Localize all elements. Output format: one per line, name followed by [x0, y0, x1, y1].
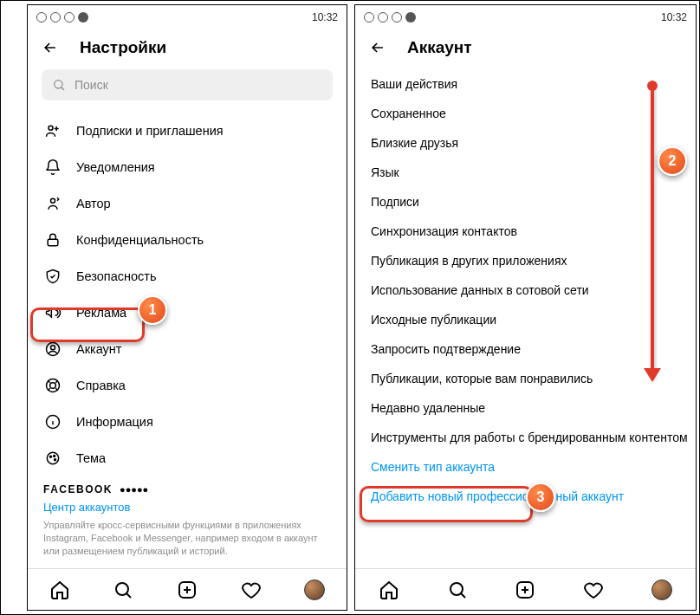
activity-tab[interactable]: [583, 579, 604, 600]
account-cellular-data[interactable]: Использование данных в сотовой сети: [355, 275, 696, 305]
menu-ads[interactable]: Реклама: [28, 295, 347, 331]
menu-label: Справка: [76, 379, 126, 392]
account-add-professional[interactable]: Добавить новый профессиональный аккаунт: [355, 482, 696, 511]
tab-bar: [28, 568, 347, 610]
page-title: Аккаунт: [407, 38, 472, 57]
status-icon: [78, 12, 88, 23]
phone-screen-account: 10:32 Аккаунт Ваши действия Сохраненное …: [354, 4, 697, 611]
search-tab[interactable]: [447, 579, 468, 600]
shield-icon: [43, 267, 62, 286]
avatar: [304, 579, 325, 600]
home-tab[interactable]: [49, 579, 70, 600]
status-icon: [405, 12, 416, 23]
svg-rect-3: [48, 239, 58, 246]
svg-point-12: [55, 459, 56, 461]
account-branded-content[interactable]: Инструменты для работы с брендированным …: [355, 423, 696, 452]
theme-icon: [43, 449, 62, 468]
tab-bar: [355, 568, 696, 610]
facebook-product-icons: ●●●●●: [120, 484, 148, 495]
account-language[interactable]: Язык: [355, 158, 696, 187]
account-close-friends[interactable]: Близкие друзья: [355, 128, 696, 158]
menu-label: Информация: [76, 415, 153, 429]
status-icons-left: [36, 12, 88, 23]
page-header: Настройки: [28, 29, 347, 69]
menu-help[interactable]: Справка: [28, 367, 347, 404]
status-time: 10:32: [312, 11, 338, 23]
menu-creator[interactable]: Автор: [28, 185, 347, 222]
svg-point-7: [50, 383, 56, 389]
menu-notifications[interactable]: Уведомления: [28, 149, 347, 185]
svg-point-9: [47, 452, 58, 463]
svg-point-0: [55, 81, 62, 88]
account-saved[interactable]: Сохраненное: [355, 99, 696, 128]
back-button[interactable]: [369, 39, 386, 56]
svg-point-2: [51, 198, 55, 203]
menu-label: Тема: [76, 451, 106, 465]
menu-label: Конфиденциальность: [76, 233, 204, 247]
menu-security[interactable]: Безопасность: [28, 258, 347, 295]
facebook-section: FACEBOOK ●●●●● Центр аккаунтов Управляйт…: [28, 476, 347, 566]
creator-icon: [43, 194, 62, 213]
status-time: 10:32: [661, 11, 687, 23]
megaphone-icon: [43, 303, 62, 322]
bell-icon: [43, 158, 62, 177]
page-header: Аккаунт: [355, 29, 696, 69]
account-request-verification[interactable]: Запросить подтверждение: [355, 334, 696, 364]
menu-about[interactable]: Информация: [28, 404, 347, 440]
menu-account[interactable]: Аккаунт: [28, 331, 347, 367]
menu-follow-invite[interactable]: Подписки и приглашения: [28, 113, 347, 149]
svg-point-5: [51, 346, 55, 350]
menu-label: Аккаунт: [76, 342, 121, 356]
create-tab[interactable]: [515, 579, 535, 600]
status-icon: [50, 12, 61, 23]
menu-label: Автор: [76, 197, 111, 210]
menu-label: Подписки и приглашения: [76, 124, 224, 138]
svg-point-10: [50, 456, 52, 457]
search-placeholder: Поиск: [75, 78, 108, 92]
page-title: Настройки: [80, 38, 166, 57]
menu-privacy[interactable]: Конфиденциальность: [28, 222, 347, 258]
account-posts-liked[interactable]: Публикации, которые вам понравились: [355, 364, 696, 393]
accounts-center-subtext: Управляйте кросс-сервисными функциями в …: [43, 519, 331, 558]
info-icon: [43, 412, 62, 431]
back-button[interactable]: [42, 39, 59, 56]
activity-tab[interactable]: [241, 579, 262, 600]
svg-point-1: [49, 126, 53, 130]
profile-tab[interactable]: [651, 579, 672, 600]
svg-point-11: [54, 456, 55, 457]
search-input[interactable]: Поиск: [42, 69, 333, 100]
menu-theme[interactable]: Тема: [28, 440, 347, 476]
account-captions[interactable]: Подписи: [355, 187, 696, 217]
settings-menu: Подписки и приглашения Уведомления Автор…: [28, 113, 347, 568]
account-your-activity[interactable]: Ваши действия: [355, 69, 696, 99]
status-icon: [392, 12, 402, 23]
menu-label: Реклама: [76, 306, 126, 320]
help-icon: [43, 376, 62, 395]
status-icon: [36, 12, 47, 23]
account-switch-type[interactable]: Сменить тип аккаунта: [355, 452, 696, 482]
profile-tab[interactable]: [304, 579, 325, 600]
account-sharing-other-apps[interactable]: Публикация в других приложениях: [355, 246, 696, 275]
status-bar: 10:32: [355, 5, 696, 29]
menu-label: Уведомления: [76, 160, 155, 174]
account-recently-deleted[interactable]: Недавно удаленные: [355, 393, 696, 423]
avatar: [651, 579, 672, 600]
create-tab[interactable]: [177, 579, 198, 600]
account-icon: [43, 340, 62, 359]
menu-label: Безопасность: [76, 269, 157, 283]
status-icon: [364, 12, 374, 23]
search-tab[interactable]: [113, 579, 133, 600]
accounts-center-link[interactable]: Центр аккаунтов: [43, 501, 331, 514]
account-menu: Ваши действия Сохраненное Близкие друзья…: [355, 69, 696, 568]
account-contacts-sync[interactable]: Синхронизация контактов: [355, 217, 696, 246]
home-tab[interactable]: [379, 579, 399, 600]
lock-icon: [43, 230, 62, 249]
follow-invite-icon: [43, 121, 62, 140]
status-icons-left: [364, 12, 416, 23]
svg-point-15: [450, 583, 463, 595]
account-original-posts[interactable]: Исходные публикации: [355, 305, 696, 334]
facebook-label: FACEBOOK: [43, 483, 113, 495]
status-icon: [64, 12, 75, 23]
status-bar: 10:32: [28, 5, 347, 29]
search-icon: [52, 78, 66, 92]
